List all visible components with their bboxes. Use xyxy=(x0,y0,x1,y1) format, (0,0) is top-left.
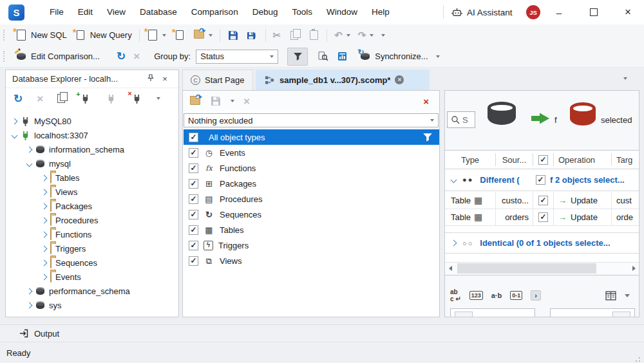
results-search-input[interactable]: S xyxy=(447,111,475,128)
new-connection-button[interactable]: + xyxy=(79,93,91,104)
tree-expander-icon[interactable] xyxy=(41,203,48,209)
tab-close-icon[interactable]: ✕ xyxy=(395,75,404,84)
new-file-button[interactable]: * xyxy=(170,27,189,44)
binary-option-icon[interactable]: 0-1 xyxy=(510,291,522,300)
ab-option-icon[interactable]: a·b xyxy=(491,292,502,299)
object-type-row[interactable]: All object types xyxy=(184,129,439,145)
open-file-button[interactable]: ↷ xyxy=(189,27,216,44)
numeric-option-icon[interactable]: 123 xyxy=(469,291,483,300)
object-type-checkbox[interactable] xyxy=(189,133,198,142)
tree-item[interactable]: localhost:3307 xyxy=(6,128,178,142)
group-row-identical[interactable]: ○○ Identical (0 of 1 objects selecte... xyxy=(445,232,639,254)
tree-expander-icon[interactable] xyxy=(26,160,33,167)
paste-button[interactable] xyxy=(304,27,323,44)
view-options-dropdown[interactable] xyxy=(625,294,630,297)
tree-expander-icon[interactable] xyxy=(41,231,48,237)
tree-expander-icon[interactable] xyxy=(26,302,33,308)
menu-debug[interactable]: Debug xyxy=(245,0,285,24)
horizontal-scrollbar[interactable] xyxy=(445,262,639,275)
cut-button[interactable]: ✂ xyxy=(269,27,285,44)
scroll-left-button[interactable] xyxy=(445,263,455,274)
text-compare-option-icon[interactable]: abc ↵ xyxy=(450,288,461,302)
object-type-checkbox[interactable] xyxy=(189,210,198,219)
tree-expander-icon[interactable] xyxy=(41,259,48,266)
tab-list-dropdown[interactable] xyxy=(623,77,627,80)
row-checkbox[interactable] xyxy=(538,196,548,205)
new-document-dropdown[interactable] xyxy=(162,34,166,37)
tree-item[interactable]: Triggers xyxy=(6,241,178,256)
new-document-button[interactable]: * xyxy=(143,27,170,44)
maximize-button[interactable] xyxy=(581,0,607,24)
column-select-all[interactable] xyxy=(533,151,553,169)
object-type-row[interactable]: Views xyxy=(184,253,439,268)
tree-item[interactable]: Sequences xyxy=(6,256,178,270)
group-by-select[interactable]: Status xyxy=(196,50,278,64)
scroll-right-button[interactable] xyxy=(629,263,639,274)
tree-expander-icon[interactable] xyxy=(41,174,48,181)
tree-item[interactable]: performance_schema xyxy=(6,284,178,298)
expand-options-icon[interactable]: › xyxy=(531,290,541,301)
explorer-stop-button[interactable]: × xyxy=(37,93,43,104)
duplicate-window-button[interactable] xyxy=(57,94,65,103)
redo-button[interactable]: ↷ xyxy=(354,27,378,44)
menu-edit[interactable]: Edit xyxy=(71,0,100,24)
object-type-checkbox[interactable] xyxy=(189,179,198,189)
tree-item[interactable]: mysql xyxy=(6,156,178,171)
resize-grip[interactable] xyxy=(639,357,640,358)
tree-item[interactable]: Events xyxy=(6,270,178,284)
object-type-row[interactable]: Events xyxy=(184,145,439,160)
object-type-checkbox[interactable] xyxy=(189,163,198,173)
undo-button[interactable]: ↶ xyxy=(330,27,354,44)
tree-item[interactable]: Functions xyxy=(6,227,178,241)
explorer-close-icon[interactable]: × xyxy=(158,74,172,84)
scrollbar-thumb[interactable] xyxy=(457,263,596,274)
tree-item[interactable]: Procedures xyxy=(6,213,178,227)
column-divider[interactable] xyxy=(611,153,612,166)
tree-item[interactable]: information_schema xyxy=(6,142,178,156)
tree-expander-icon[interactable] xyxy=(12,118,18,124)
cell-select[interactable] xyxy=(533,209,553,225)
tree-expander-icon[interactable] xyxy=(41,217,48,223)
output-label[interactable]: Output xyxy=(34,329,59,339)
tree-expander-icon[interactable] xyxy=(12,132,18,138)
tree-expander-icon[interactable] xyxy=(26,288,33,294)
save-disabled-icon[interactable] xyxy=(210,95,222,107)
menu-file[interactable]: File xyxy=(43,0,71,24)
comparison-row[interactable]: Table ▦ custo... → Update cust xyxy=(445,192,639,209)
tree-item[interactable]: Views xyxy=(6,185,178,199)
tree-item[interactable]: Tables xyxy=(6,171,178,185)
explorer-toolbar-dropdown[interactable] xyxy=(156,97,160,100)
new-sql-button[interactable]: * New SQL xyxy=(12,27,71,44)
object-type-checkbox[interactable] xyxy=(189,148,198,158)
synchronize-button[interactable]: ↻ Synchronize... xyxy=(355,48,431,65)
disconnect-button[interactable]: × xyxy=(131,93,142,104)
close-button[interactable]: × xyxy=(615,0,641,24)
open-file-dropdown[interactable] xyxy=(209,34,213,37)
tree-item[interactable]: sys xyxy=(6,298,178,312)
column-target[interactable]: Targ xyxy=(616,151,639,169)
group-expander-icon[interactable] xyxy=(451,240,457,247)
undo-dropdown[interactable] xyxy=(346,34,350,37)
tree-item[interactable]: MySQL80 xyxy=(6,114,178,128)
menu-comparison[interactable]: Comparison xyxy=(184,0,245,24)
object-type-checkbox[interactable] xyxy=(189,225,198,235)
ddl-pane-button[interactable] xyxy=(612,312,630,317)
object-type-row[interactable]: Packages xyxy=(184,176,439,191)
toolbar-grip[interactable] xyxy=(3,51,6,62)
pin-icon[interactable] xyxy=(144,74,158,84)
save-all-button[interactable] xyxy=(243,27,262,44)
group-checkbox[interactable] xyxy=(536,175,545,185)
tree-expander-icon[interactable] xyxy=(41,274,48,280)
new-query-button[interactable]: * New Query xyxy=(71,27,136,44)
tree-expander-icon[interactable] xyxy=(41,245,48,252)
cell-select[interactable] xyxy=(533,192,553,209)
save-dropdown[interactable] xyxy=(231,100,234,102)
toolbar-overflow-button[interactable] xyxy=(377,27,389,44)
comparison-row[interactable]: Table ▦ orders → Update orde xyxy=(445,209,639,226)
menu-window[interactable]: Window xyxy=(319,0,365,24)
tree-expander-icon[interactable] xyxy=(26,146,33,153)
save-button[interactable] xyxy=(223,27,243,44)
connect-button[interactable] xyxy=(105,93,117,104)
object-type-checkbox[interactable] xyxy=(189,194,198,204)
object-type-row[interactable]: Sequences xyxy=(184,207,439,222)
